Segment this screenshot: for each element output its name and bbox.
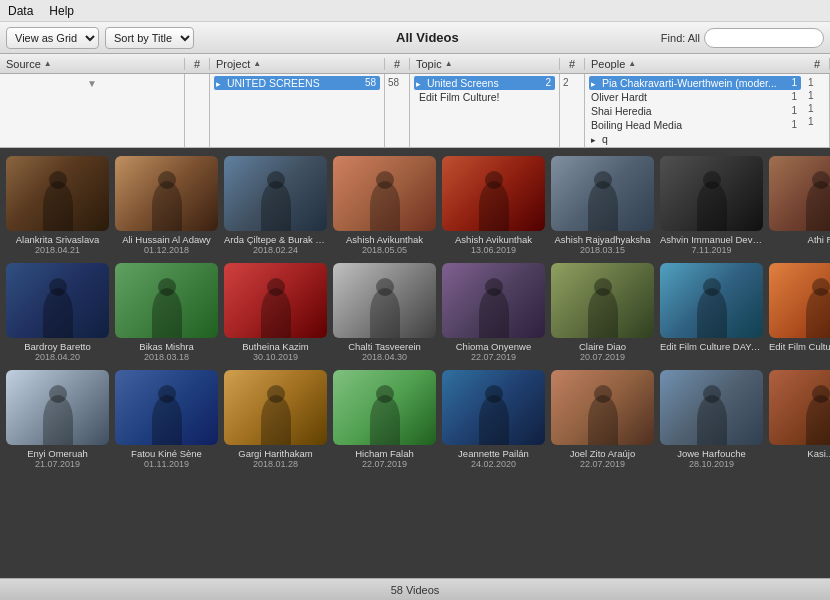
person-silhouette (769, 156, 830, 231)
thumb-item[interactable]: Butheina Kazim30.10.2019 (224, 263, 327, 362)
topic-name-0: United Screens (427, 77, 499, 89)
filter-people-item-0[interactable]: ▸ Pia Chakravarti-Wuerthwein (moder... 1 (589, 76, 801, 90)
source-sort-arrow: ▲ (44, 59, 52, 68)
thumb-item[interactable]: Ashish Avikunthak13.06.2019 (442, 156, 545, 255)
person-silhouette (769, 263, 830, 338)
thumb-label: Gargi Harithakam (224, 448, 327, 459)
menu-help[interactable]: Help (49, 4, 74, 18)
filter-hash3: 2 (560, 74, 585, 147)
filter-topic-item-1[interactable]: Edit Film Culture! (414, 90, 555, 104)
project-sort-arrow: ▲ (253, 59, 261, 68)
thumb-item[interactable]: Ali Hussain Al Adawy01.12.2018 (115, 156, 218, 255)
person-silhouette (660, 370, 763, 445)
thumb-label: Hicham Falah (333, 448, 436, 459)
view-select[interactable]: View as Grid (6, 27, 99, 49)
find-label: Find: All (661, 32, 700, 44)
thumb-item[interactable]: Edit Film Culture DAY-04 0... Erika Ba..… (769, 263, 830, 362)
col-hash3: # (560, 58, 585, 70)
filter-project-item[interactable]: ▸ UNITED SCREENS 58 (214, 76, 380, 90)
thumb-item[interactable]: Kasi... (769, 370, 830, 469)
person-silhouette (115, 156, 218, 231)
toolbar: View as Grid Sort by Title All Videos Fi… (0, 22, 830, 54)
person-silhouette (442, 263, 545, 338)
grid-area: Alankrita Srivaslava2018.04.21Ali Hussai… (0, 148, 830, 578)
thumb-item[interactable]: Arda Çiltepe & Burak Çevik2018.02.24 (224, 156, 327, 255)
thumb-label: Butheina Kazim (224, 341, 327, 352)
thumb-date: 2018.03.18 (115, 352, 218, 362)
thumb-item[interactable]: Joel Zito Araújo22.07.2019 (551, 370, 654, 469)
col-hash2: # (385, 58, 410, 70)
thumb-item[interactable]: Hicham Falah22.07.2019 (333, 370, 436, 469)
thumb-image (333, 156, 436, 231)
thumb-item[interactable]: Enyi Omeruah21.07.2019 (6, 370, 109, 469)
col-source-label[interactable]: Source (6, 58, 41, 70)
thumb-label: Fatou Kiné Sène (115, 448, 218, 459)
person-silhouette (442, 156, 545, 231)
thumb-image (115, 263, 218, 338)
thumb-item[interactable]: Chalti Tasveerein2018.04.30 (333, 263, 436, 362)
thumb-item[interactable]: Gargi Harithakam2018.01.28 (224, 370, 327, 469)
thumb-label: Bikas Mishra (115, 341, 218, 352)
source-expand[interactable]: ▼ (4, 76, 180, 89)
person-silhouette (224, 156, 327, 231)
thumb-item[interactable]: Fatou Kiné Sène01.11.2019 (115, 370, 218, 469)
menu-data[interactable]: Data (8, 4, 33, 18)
thumb-label: Ali Hussain Al Adawy (115, 234, 218, 245)
thumb-label: Ashish Avikunthak (442, 234, 545, 245)
thumb-item[interactable]: Bardroy Baretto2018.04.20 (6, 263, 109, 362)
filter-people-item-4[interactable]: ▸ q (589, 132, 801, 146)
thumb-item[interactable]: Jeannette Pailán24.02.2020 (442, 370, 545, 469)
thumb-item[interactable]: Edit Film Culture DAY-0 2_004_Abhishek N… (660, 263, 763, 362)
thumb-date: 2018.01.28 (224, 459, 327, 469)
thumb-date: 24.02.2020 (442, 459, 545, 469)
thumb-item[interactable]: Athi R (769, 156, 830, 255)
thumb-date: 30.10.2019 (224, 352, 327, 362)
thumb-item[interactable]: Ashish Avikunthak2018.05.05 (333, 156, 436, 255)
person-silhouette (6, 156, 109, 231)
col-topic-label[interactable]: Topic (416, 58, 442, 70)
thumb-image (224, 370, 327, 445)
thumb-item[interactable]: Chioma Onyenwe22.07.2019 (442, 263, 545, 362)
people-name-3: Boiling Head Media (591, 119, 682, 131)
filter-people-item-2[interactable]: Shai Heredia 1 (589, 104, 801, 118)
thumb-label: Athi R (769, 234, 830, 245)
filter-project: ▸ UNITED SCREENS 58 (210, 74, 385, 147)
thumb-item[interactable]: Jowe Harfouche28.10.2019 (660, 370, 763, 469)
grid-row-2: Enyi Omeruah21.07.2019Fatou Kiné Sène01.… (6, 370, 824, 469)
thumb-image (551, 370, 654, 445)
thumb-image (660, 156, 763, 231)
thumb-image (442, 370, 545, 445)
filter-people-item-3[interactable]: Boiling Head Media 1 (589, 118, 801, 132)
person-silhouette (551, 263, 654, 338)
thumb-item[interactable]: Claire Diao20.07.2019 (551, 263, 654, 362)
people-name-1: Oliver Hardt (591, 91, 647, 103)
filter-topic-item-0[interactable]: ▸ United Screens 2 (414, 76, 555, 90)
thumb-item[interactable]: Alankrita Srivaslava2018.04.21 (6, 156, 109, 255)
thumb-label: Joel Zito Araújo (551, 448, 654, 459)
person-silhouette (333, 156, 436, 231)
thumb-date: 22.07.2019 (333, 459, 436, 469)
thumb-date: 7.11.2019 (660, 245, 763, 255)
filter-topic: ▸ United Screens 2 Edit Film Culture! (410, 74, 560, 147)
sort-select[interactable]: Sort by Title (105, 27, 194, 49)
thumb-item[interactable]: Ashvin Immanuel Devasundaram7.11.2019 (660, 156, 763, 255)
thumb-image (115, 370, 218, 445)
filter-people-item-1[interactable]: Oliver Hardt 1 (589, 90, 801, 104)
topic-name-1: Edit Film Culture! (419, 91, 500, 103)
col-people-label[interactable]: People (591, 58, 625, 70)
thumb-item[interactable]: Bikas Mishra2018.03.18 (115, 263, 218, 362)
col-project-label[interactable]: Project (216, 58, 250, 70)
thumb-image (551, 263, 654, 338)
find-input[interactable] (704, 28, 824, 48)
person-silhouette (442, 370, 545, 445)
thumb-label: Ashish Rajyadhyaksha (551, 234, 654, 245)
thumb-image (769, 156, 830, 231)
thumb-date: 2018.04.21 (6, 245, 109, 255)
person-silhouette (551, 156, 654, 231)
people-name-0: Pia Chakravarti-Wuerthwein (moder... (602, 77, 777, 89)
thumb-date: 13.06.2019 (442, 245, 545, 255)
thumb-label: Edit Film Culture DAY-0 2_004_Abhishek N… (660, 341, 763, 352)
filter-people: ▸ Pia Chakravarti-Wuerthwein (moder... 1… (585, 74, 805, 147)
thumb-image (6, 370, 109, 445)
thumb-item[interactable]: Ashish Rajyadhyaksha2018.03.15 (551, 156, 654, 255)
